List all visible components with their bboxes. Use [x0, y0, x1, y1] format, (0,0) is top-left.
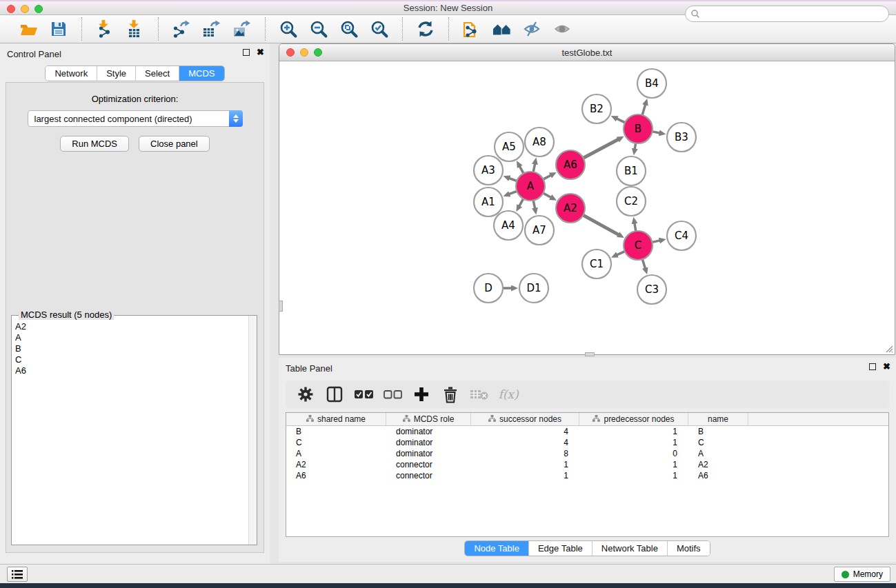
table-row[interactable]: Adominator80A — [286, 448, 888, 459]
graph-node[interactable]: C2 — [617, 187, 646, 216]
refresh-icon[interactable] — [416, 19, 435, 39]
zoom-selected-icon[interactable] — [370, 19, 389, 39]
network-canvas-svg[interactable]: AA1A2A3A4A5A6A7A8BB1B2B3B4CC1C2C3C4DD1 — [279, 61, 895, 354]
graph-edge[interactable] — [519, 166, 524, 174]
graph-edge[interactable] — [635, 223, 636, 232]
table-cell[interactable]: dominator — [386, 427, 471, 436]
graph-node[interactable]: D — [474, 274, 503, 303]
graph-node[interactable]: D1 — [519, 274, 548, 303]
network-close-icon[interactable] — [286, 48, 295, 57]
network-zoom-icon[interactable] — [314, 48, 322, 57]
table-row[interactable]: Cdominator41C — [286, 437, 888, 448]
columns-icon[interactable] — [324, 384, 345, 405]
column-header-name[interactable]: name — [688, 413, 748, 425]
table-tab-motifs[interactable]: Motifs — [667, 541, 710, 556]
mcds-result-item[interactable]: A2 — [12, 321, 248, 332]
result-scrollbar[interactable] — [248, 316, 257, 545]
graph-edge[interactable] — [519, 199, 524, 206]
tab-mcds[interactable]: MCDS — [179, 66, 223, 81]
splitter-grip-left[interactable] — [279, 301, 283, 312]
mcds-result-item[interactable]: A6 — [12, 365, 248, 376]
criterion-select[interactable]: largest connected component (directed) — [28, 110, 243, 127]
column-header-predecessor-nodes[interactable]: predecessor nodes — [579, 413, 688, 425]
graph-node[interactable]: A2 — [556, 194, 585, 223]
graph-node[interactable]: A5 — [495, 132, 524, 161]
graph-edge[interactable] — [533, 163, 535, 172]
deselect-all-icon[interactable] — [382, 384, 403, 405]
export-table-icon[interactable] — [202, 19, 221, 39]
float-table-panel-icon[interactable] — [869, 363, 876, 370]
graph-node[interactable]: B1 — [617, 156, 646, 185]
add-row-icon[interactable] — [411, 384, 432, 405]
export-network-icon[interactable] — [172, 19, 191, 39]
column-header-MCDS-role[interactable]: MCDS role — [386, 413, 471, 425]
network-file-icon[interactable] — [462, 19, 481, 39]
zoom-out-icon[interactable] — [309, 19, 328, 39]
table-cell[interactable]: 0 — [579, 449, 688, 458]
zoom-window-icon[interactable] — [34, 5, 43, 13]
open-session-icon[interactable] — [19, 19, 38, 39]
graph-edge[interactable] — [509, 191, 517, 194]
graph-edge[interactable] — [617, 119, 625, 123]
graph-edge[interactable] — [533, 201, 535, 209]
graph-edge[interactable] — [653, 132, 660, 133]
graph-edge[interactable] — [642, 105, 646, 115]
graph-node[interactable]: C4 — [667, 221, 696, 250]
graph-node[interactable]: A1 — [474, 187, 503, 216]
table-cell[interactable]: B — [688, 427, 748, 436]
memory-button[interactable]: Memory — [834, 567, 890, 582]
select-all-icon[interactable] — [353, 384, 374, 405]
splitter-grip-bottom[interactable] — [585, 352, 595, 356]
graph-edge[interactable] — [544, 175, 551, 179]
table-cell[interactable]: connector — [386, 460, 471, 469]
table-row[interactable]: Bdominator41B — [286, 426, 888, 437]
window-controls[interactable] — [7, 5, 43, 13]
table-tab-node-table[interactable]: Node Table — [465, 541, 528, 556]
graph-node[interactable]: B2 — [582, 94, 611, 123]
export-image-icon[interactable] — [232, 19, 252, 39]
tab-style[interactable]: Style — [97, 66, 135, 81]
graph-node[interactable]: A8 — [525, 128, 554, 156]
table-cell[interactable]: 1 — [471, 460, 579, 469]
graph-node[interactable]: C — [624, 231, 653, 260]
graph-edge[interactable] — [653, 241, 660, 243]
resize-grip-icon[interactable] — [884, 343, 893, 353]
close-panel-button[interactable]: Close panel — [139, 136, 210, 152]
table-cell[interactable]: 4 — [471, 438, 579, 447]
table-cell[interactable]: 1 — [579, 427, 688, 436]
graph-node[interactable]: B — [624, 114, 653, 143]
save-session-icon[interactable] — [49, 19, 68, 39]
table-cell[interactable]: 1 — [579, 438, 688, 447]
table-tab-network-table[interactable]: Network Table — [592, 541, 667, 556]
hide-panel-icon[interactable] — [523, 19, 542, 39]
table-cell[interactable]: C — [688, 438, 748, 447]
show-panel-icon[interactable] — [553, 19, 573, 39]
table-cell[interactable]: A2 — [286, 460, 386, 469]
zoom-fit-icon[interactable] — [339, 19, 359, 39]
search-input[interactable] — [700, 8, 888, 20]
table-cell[interactable]: A6 — [286, 471, 386, 480]
table-tab-edge-table[interactable]: Edge Table — [528, 541, 592, 556]
graph-edge[interactable] — [642, 259, 645, 269]
import-table-icon[interactable] — [126, 19, 145, 39]
graph-edge[interactable] — [509, 178, 517, 181]
graph-node[interactable]: C1 — [582, 250, 611, 278]
graph-edge[interactable] — [584, 139, 619, 158]
tab-network[interactable]: Network — [46, 66, 97, 81]
table-cell[interactable]: A — [688, 449, 748, 458]
graph-edge[interactable] — [583, 215, 619, 235]
network-canvas[interactable]: AA1A2A3A4A5A6A7A8BB1B2B3B4CC1C2C3C4DD1 — [279, 61, 895, 354]
table-cell[interactable]: C — [286, 438, 386, 447]
graph-node[interactable]: B4 — [637, 69, 666, 98]
graph-edge[interactable] — [635, 143, 635, 150]
graph-node[interactable]: C3 — [637, 275, 666, 304]
table-cell[interactable]: A2 — [688, 460, 748, 469]
table-row[interactable]: A6connector11A6 — [286, 470, 888, 481]
settings-icon[interactable] — [295, 384, 316, 405]
table-cell[interactable]: B — [286, 427, 386, 436]
delete-row-icon[interactable] — [440, 384, 461, 405]
float-panel-icon[interactable] — [243, 49, 250, 56]
mcds-result-item[interactable]: B — [12, 343, 248, 354]
graph-node[interactable]: A7 — [525, 216, 554, 245]
home-icon[interactable] — [492, 19, 512, 39]
